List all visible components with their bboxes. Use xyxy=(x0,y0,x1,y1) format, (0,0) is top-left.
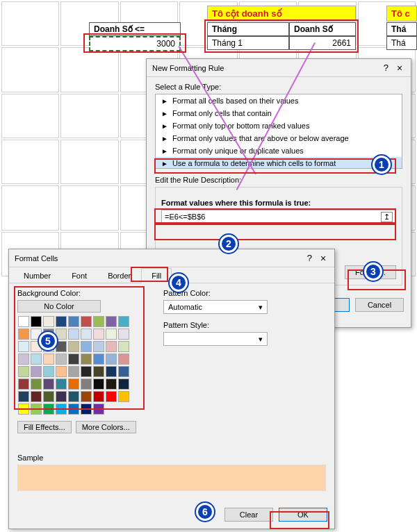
fill-effects-button[interactable]: Fill Effects... xyxy=(17,421,72,433)
cell-c2: Thá xyxy=(386,36,417,50)
color-swatch[interactable] xyxy=(106,379,117,390)
color-swatch[interactable] xyxy=(56,366,67,377)
rule-item-0[interactable]: ►Format all cells based on their values xyxy=(156,94,402,107)
fc-ok-button[interactable]: OK xyxy=(279,508,327,522)
tab-font[interactable]: Font xyxy=(61,268,97,283)
color-swatch[interactable] xyxy=(68,379,79,390)
tab-fill[interactable]: Fill xyxy=(141,268,172,283)
color-swatch[interactable] xyxy=(93,341,104,352)
color-swatch[interactable] xyxy=(118,391,129,402)
color-swatch[interactable] xyxy=(43,404,54,415)
tab-border[interactable]: Border xyxy=(97,268,141,283)
color-palette[interactable] xyxy=(17,315,140,415)
color-swatch[interactable] xyxy=(68,391,79,402)
color-swatch[interactable] xyxy=(31,354,42,365)
color-swatch[interactable] xyxy=(18,366,29,377)
color-swatch[interactable] xyxy=(43,391,54,402)
color-swatch[interactable] xyxy=(81,379,92,390)
color-swatch[interactable] xyxy=(18,391,29,402)
rule-item-5[interactable]: ►Use a formula to determine which cells … xyxy=(156,157,402,169)
fc-close-icon[interactable]: × xyxy=(318,253,329,264)
cell-label: Doanh Số <= xyxy=(89,22,181,36)
color-swatch[interactable] xyxy=(68,341,79,352)
color-swatch[interactable] xyxy=(81,329,92,340)
color-swatch[interactable] xyxy=(106,329,117,340)
rule-item-2[interactable]: ►Format only top or bottom ranked values xyxy=(156,119,402,132)
tab-number[interactable]: Number xyxy=(13,268,61,283)
color-swatch[interactable] xyxy=(18,329,29,340)
pattern-color-dropdown[interactable]: Automatic▾ xyxy=(163,300,268,314)
color-swatch[interactable] xyxy=(81,354,92,365)
close-icon[interactable]: × xyxy=(394,63,405,74)
color-swatch[interactable] xyxy=(56,354,67,365)
color-swatch[interactable] xyxy=(93,366,104,377)
color-swatch[interactable] xyxy=(106,341,117,352)
range-picker-icon[interactable]: ↥ xyxy=(381,212,393,222)
color-swatch[interactable] xyxy=(118,366,129,377)
select-rule-label: Select a Rule Type: xyxy=(155,83,402,91)
color-swatch[interactable] xyxy=(93,316,104,327)
color-swatch[interactable] xyxy=(118,341,129,352)
rule-item-4[interactable]: ►Format only unique or duplicate values xyxy=(156,144,402,157)
dialog-format-cells: Format Cells ? × Number Font Border Fill… xyxy=(8,249,335,529)
badge-4: 4 xyxy=(170,274,188,292)
header-2: Tô c xyxy=(386,6,417,22)
color-swatch[interactable] xyxy=(56,341,67,352)
color-swatch[interactable] xyxy=(106,354,117,365)
color-swatch[interactable] xyxy=(31,366,42,377)
color-swatch[interactable] xyxy=(68,366,79,377)
color-swatch[interactable] xyxy=(18,341,29,352)
color-swatch[interactable] xyxy=(56,316,67,327)
color-swatch[interactable] xyxy=(31,316,42,327)
color-swatch[interactable] xyxy=(81,366,92,377)
color-swatch[interactable] xyxy=(43,316,54,327)
color-swatch[interactable] xyxy=(31,391,42,402)
color-swatch[interactable] xyxy=(31,379,42,390)
color-swatch[interactable] xyxy=(93,354,104,365)
color-swatch[interactable] xyxy=(56,391,67,402)
color-swatch[interactable] xyxy=(81,341,92,352)
color-swatch[interactable] xyxy=(106,366,117,377)
color-swatch[interactable] xyxy=(81,316,92,327)
color-swatch[interactable] xyxy=(68,329,79,340)
color-swatch[interactable] xyxy=(68,404,79,415)
color-swatch[interactable] xyxy=(43,366,54,377)
more-colors-button[interactable]: More Colors... xyxy=(76,421,136,433)
color-swatch[interactable] xyxy=(106,391,117,402)
color-swatch[interactable] xyxy=(18,379,29,390)
color-swatch[interactable] xyxy=(68,316,79,327)
color-swatch[interactable] xyxy=(118,329,129,340)
formula-input[interactable]: =E6<=$B$6 ↥ xyxy=(161,210,396,224)
color-swatch[interactable] xyxy=(81,404,92,415)
color-swatch[interactable] xyxy=(56,404,67,415)
rule-type-list[interactable]: ►Format all cells based on their values … xyxy=(155,94,402,169)
color-swatch[interactable] xyxy=(56,329,67,340)
help-icon[interactable]: ? xyxy=(384,63,389,73)
no-color-button[interactable]: No Color xyxy=(17,300,101,313)
clear-button[interactable]: Clear xyxy=(224,508,273,522)
cell-value[interactable]: 3000 xyxy=(89,36,181,51)
color-swatch[interactable] xyxy=(118,354,129,365)
color-swatch[interactable] xyxy=(18,316,29,327)
color-swatch[interactable] xyxy=(93,329,104,340)
fc-help-icon[interactable]: ? xyxy=(307,253,312,263)
rule-item-3[interactable]: ►Format only values that are above or be… xyxy=(156,132,402,144)
color-swatch[interactable] xyxy=(56,379,67,390)
color-swatch[interactable] xyxy=(31,404,42,415)
color-swatch[interactable] xyxy=(43,379,54,390)
color-swatch[interactable] xyxy=(18,404,29,415)
color-swatch[interactable] xyxy=(68,354,79,365)
cancel-button[interactable]: Cancel xyxy=(355,298,404,312)
badge-2: 2 xyxy=(220,235,238,253)
color-swatch[interactable] xyxy=(81,391,92,402)
color-swatch[interactable] xyxy=(118,316,129,327)
color-swatch[interactable] xyxy=(93,379,104,390)
color-swatch[interactable] xyxy=(118,379,129,390)
color-swatch[interactable] xyxy=(18,354,29,365)
color-swatch[interactable] xyxy=(43,354,54,365)
color-swatch[interactable] xyxy=(93,404,104,415)
pattern-style-dropdown[interactable]: ▾ xyxy=(163,332,268,346)
color-swatch[interactable] xyxy=(93,391,104,402)
badge-3: 3 xyxy=(364,263,382,281)
color-swatch[interactable] xyxy=(106,316,117,327)
